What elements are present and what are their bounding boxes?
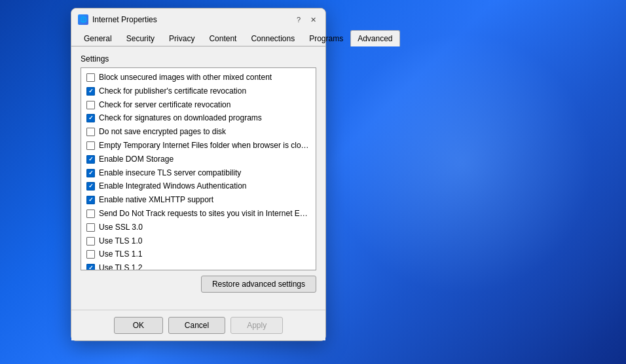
tab-advanced[interactable]: Advanced <box>350 30 399 46</box>
title-bar-left: 🌐 Internet Properties <box>78 14 157 25</box>
tab-content-area: Settings Block unsecured images with oth… <box>71 46 325 300</box>
setting-checkbox-6[interactable] <box>86 155 95 164</box>
setting-item: Use TLS 1.1 <box>83 247 314 261</box>
setting-item: Do not save encrypted pages to disk <box>83 125 314 139</box>
setting-label-0: Block unsecured images with other mixed … <box>99 72 310 83</box>
setting-checkbox-12[interactable] <box>86 237 95 246</box>
settings-scroll[interactable]: Block unsecured images with other mixed … <box>81 68 316 270</box>
setting-label-11: Use SSL 3.0 <box>99 222 310 233</box>
setting-item: Check for server certificate revocation <box>83 98 314 112</box>
setting-label-10: Send Do Not Track requests to sites you … <box>99 208 310 219</box>
tab-content[interactable]: Content <box>202 30 244 46</box>
internet-properties-dialog: 🌐 Internet Properties ? ✕ General Securi… <box>71 8 326 341</box>
setting-label-8: Enable Integrated Windows Authentication <box>99 181 310 192</box>
setting-label-1: Check for publisher's certificate revoca… <box>99 86 310 97</box>
setting-checkbox-8[interactable] <box>86 182 95 191</box>
setting-label-3: Check for signatures on downloaded progr… <box>99 113 310 124</box>
tab-security[interactable]: Security <box>119 30 162 46</box>
tab-bar: General Security Privacy Content Connect… <box>71 29 325 46</box>
title-bar-controls: ? ✕ <box>293 14 319 26</box>
setting-item: Use TLS 1.2 <box>83 261 314 270</box>
setting-item: Block unsecured images with other mixed … <box>83 71 314 84</box>
setting-checkbox-5[interactable] <box>86 141 95 150</box>
setting-checkbox-4[interactable] <box>86 128 95 136</box>
dialog-title: Internet Properties <box>92 15 157 24</box>
tab-connections[interactable]: Connections <box>244 30 302 46</box>
setting-label-7: Enable insecure TLS server compatibility <box>99 168 310 179</box>
restore-advanced-button[interactable]: Restore advanced settings <box>201 276 316 293</box>
title-bar: 🌐 Internet Properties ? ✕ <box>71 9 325 29</box>
setting-item: Empty Temporary Internet Files folder wh… <box>83 139 314 153</box>
help-button[interactable]: ? <box>293 14 304 26</box>
setting-checkbox-0[interactable] <box>86 73 95 82</box>
settings-box: Block unsecured images with other mixed … <box>81 67 316 270</box>
restore-row: Restore advanced settings <box>81 276 316 293</box>
setting-checkbox-7[interactable] <box>86 169 95 177</box>
setting-checkbox-3[interactable] <box>86 114 95 122</box>
setting-label-9: Enable native XMLHTTP support <box>99 194 310 206</box>
setting-label-5: Empty Temporary Internet Files folder wh… <box>99 140 310 151</box>
setting-item: Enable native XMLHTTP support <box>83 193 314 207</box>
setting-label-13: Use TLS 1.1 <box>99 249 310 260</box>
setting-checkbox-11[interactable] <box>86 223 95 232</box>
setting-checkbox-9[interactable] <box>86 196 95 204</box>
close-button[interactable]: ✕ <box>307 14 319 26</box>
cancel-button[interactable]: Cancel <box>168 317 225 334</box>
setting-checkbox-10[interactable] <box>86 209 95 218</box>
setting-checkbox-13[interactable] <box>86 250 95 259</box>
tab-programs[interactable]: Programs <box>302 30 350 46</box>
apply-button[interactable]: Apply <box>230 317 283 334</box>
setting-item: Enable DOM Storage <box>83 153 314 166</box>
setting-label-4: Do not save encrypted pages to disk <box>99 126 310 137</box>
setting-label-6: Enable DOM Storage <box>99 154 310 165</box>
setting-label-2: Check for server certificate revocation <box>99 100 310 111</box>
setting-item: Check for publisher's certificate revoca… <box>83 84 314 98</box>
action-row: OK Cancel Apply <box>71 310 325 340</box>
setting-label-12: Use TLS 1.0 <box>99 236 310 247</box>
setting-item: Enable insecure TLS server compatibility <box>83 166 314 180</box>
ok-button[interactable]: OK <box>114 317 163 334</box>
section-label: Settings <box>81 54 316 64</box>
setting-item: Check for signatures on downloaded progr… <box>83 111 314 125</box>
setting-item: Use TLS 1.0 <box>83 234 314 248</box>
setting-checkbox-2[interactable] <box>86 101 95 109</box>
dialog-icon: 🌐 <box>78 14 88 25</box>
setting-checkbox-14[interactable] <box>86 264 95 270</box>
tab-privacy[interactable]: Privacy <box>162 30 202 46</box>
setting-item: Use SSL 3.0 <box>83 221 314 234</box>
setting-checkbox-1[interactable] <box>86 87 95 96</box>
setting-label-14: Use TLS 1.2 <box>99 263 310 270</box>
setting-item: Send Do Not Track requests to sites you … <box>83 207 314 221</box>
setting-item: Enable Integrated Windows Authentication <box>83 179 314 193</box>
tab-general[interactable]: General <box>77 30 119 46</box>
